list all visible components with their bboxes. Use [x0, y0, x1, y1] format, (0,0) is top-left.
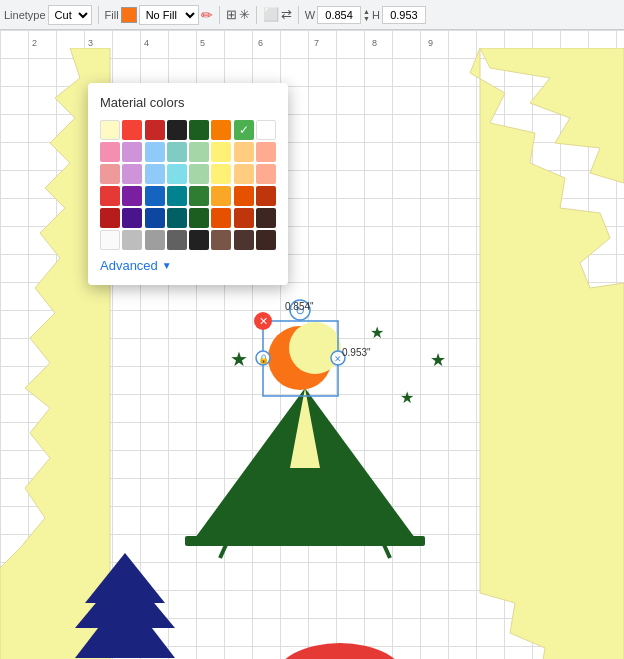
delete-icon: ✕ — [259, 315, 268, 327]
star-4: ★ — [370, 324, 384, 341]
move-icon: ⊞ — [226, 7, 237, 22]
swatch-black[interactable] — [167, 120, 187, 140]
swatch-blue2[interactable] — [145, 164, 165, 184]
swatch-red2[interactable] — [100, 186, 120, 206]
tent-ground — [185, 536, 425, 546]
star-3: ★ — [400, 389, 414, 406]
separator-3 — [256, 6, 257, 24]
width-spinner[interactable]: ▲▼ — [363, 8, 370, 22]
linetype-label: Linetype — [4, 9, 46, 21]
swatch-brown3[interactable] — [234, 230, 254, 250]
swatch-green1[interactable] — [189, 142, 209, 162]
fill-color-swatch[interactable] — [121, 7, 137, 23]
star-1: ★ — [230, 348, 248, 370]
linetype-select[interactable]: Cut — [48, 5, 92, 25]
swatch-r4-8[interactable] — [256, 186, 276, 206]
moon-cutout — [289, 322, 341, 374]
toolbar: Linetype Cut Fill No Fill ✏ ⊞ ✳ ⬜ ⇄ W ▲▼… — [0, 0, 624, 30]
swatch-purple2[interactable] — [122, 164, 142, 184]
swatch-brown1[interactable] — [234, 208, 254, 228]
swatch-orange1[interactable] — [234, 142, 254, 162]
swatch-teal2[interactable] — [167, 186, 187, 206]
select-fill-section: ⊞ ✳ — [226, 7, 250, 22]
color-row-1 — [100, 120, 276, 140]
swatch-blue4[interactable] — [145, 208, 165, 228]
advanced-label[interactable]: Advanced — [100, 258, 158, 273]
canvas-area[interactable]: 2 3 4 5 6 7 8 9 ★ ★ — [0, 30, 624, 659]
separator-2 — [219, 6, 220, 24]
swatch-deeporange1[interactable] — [234, 186, 254, 206]
swatch-pink1[interactable] — [100, 142, 120, 162]
dim-label-height: 0.953" — [342, 347, 371, 358]
advanced-row[interactable]: Advanced ▼ — [100, 258, 276, 273]
swatch-lightyellow[interactable] — [100, 120, 120, 140]
swatch-r3-8[interactable] — [256, 164, 276, 184]
swatch-white[interactable] — [100, 230, 120, 250]
swatch-purple1[interactable] — [122, 142, 142, 162]
swatch-green4[interactable] — [189, 208, 209, 228]
swatch-brown2[interactable] — [211, 230, 231, 250]
arrange-icon: ⬜ — [263, 7, 279, 22]
height-input[interactable] — [382, 6, 426, 24]
swatch-r6-8[interactable] — [256, 230, 276, 250]
swatch-darkgreen[interactable] — [189, 120, 209, 140]
color-picker-title: Material colors — [100, 95, 276, 110]
swatch-gray3[interactable] — [167, 230, 187, 250]
fill-section: Fill No Fill ✏ — [105, 5, 213, 25]
fill-select[interactable]: No Fill — [139, 5, 199, 25]
swatch-green2[interactable] — [189, 164, 209, 184]
height-label: H — [372, 9, 380, 21]
drawing-layer: ★ ★ ★ ★ ↻ 🔒 ✕ — [0, 48, 624, 659]
swatch-green-selected[interactable] — [234, 120, 254, 140]
handle-right-icon: ✕ — [334, 354, 342, 364]
swatch-blue1[interactable] — [145, 142, 165, 162]
swatch-gray2[interactable] — [145, 230, 165, 250]
swatch-cyan2[interactable] — [167, 208, 187, 228]
swatch-yellow1[interactable] — [211, 142, 231, 162]
swatch-green3[interactable] — [189, 186, 209, 206]
swatch-blue3[interactable] — [145, 186, 165, 206]
swatch-red[interactable] — [122, 120, 142, 140]
color-picker-popup: Material colors — [88, 83, 288, 285]
swatch-amber1[interactable] — [211, 186, 231, 206]
swatch-r5-8[interactable] — [256, 208, 276, 228]
separator-4 — [298, 6, 299, 24]
swatch-r1-8[interactable] — [256, 120, 276, 140]
swatch-purple3[interactable] — [122, 186, 142, 206]
swatch-orange2[interactable] — [234, 164, 254, 184]
zigzag-right — [470, 48, 624, 659]
separator-1 — [98, 6, 99, 24]
lock-icon: 🔒 — [258, 353, 270, 365]
color-row-4 — [100, 186, 276, 206]
width-input[interactable] — [317, 6, 361, 24]
flip-icon: ⇄ — [281, 7, 292, 22]
swatch-orange3[interactable] — [211, 208, 231, 228]
swatch-gray1[interactable] — [122, 230, 142, 250]
width-label: W — [305, 9, 315, 21]
color-row-6 — [100, 230, 276, 250]
dim-label-width: 0.854" — [285, 301, 314, 312]
swatch-purple4[interactable] — [122, 208, 142, 228]
swatch-darkred[interactable] — [145, 120, 165, 140]
chevron-down-icon[interactable]: ▼ — [162, 260, 172, 271]
swatch-red3[interactable] — [100, 208, 120, 228]
pen-icon[interactable]: ✏ — [201, 7, 213, 23]
color-row-3 — [100, 164, 276, 184]
edit-icon: ✳ — [239, 7, 250, 22]
swatch-gray4[interactable] — [189, 230, 209, 250]
color-row-2 — [100, 142, 276, 162]
swatch-teal1[interactable] — [167, 142, 187, 162]
red-semicircle[interactable] — [275, 643, 405, 659]
linetype-section: Linetype Cut — [4, 5, 92, 25]
swatch-orange[interactable] — [211, 120, 231, 140]
swatch-yellow2[interactable] — [211, 164, 231, 184]
swatch-cyan1[interactable] — [167, 164, 187, 184]
arrange-section: ⬜ ⇄ — [263, 7, 292, 22]
fill-label: Fill — [105, 9, 119, 21]
star-2: ★ — [430, 350, 446, 370]
swatch-r2-8[interactable] — [256, 142, 276, 162]
color-row-5 — [100, 208, 276, 228]
size-section: W ▲▼ H — [305, 6, 426, 24]
swatch-pink2[interactable] — [100, 164, 120, 184]
